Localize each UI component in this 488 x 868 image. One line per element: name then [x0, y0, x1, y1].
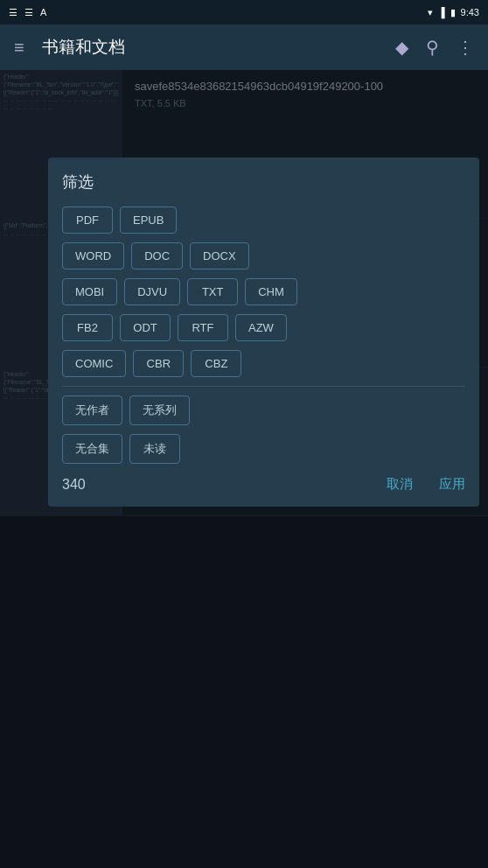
- chip-djvu[interactable]: DJVU: [124, 278, 180, 305]
- filter-divider: [62, 386, 465, 387]
- chip-azw[interactable]: AZW: [235, 314, 287, 341]
- filter-action-buttons: 取消 应用: [387, 476, 465, 493]
- filter-row-4: FB2 ODT RTF AZW: [62, 314, 465, 341]
- filter-row-2: WORD DOC DOCX: [62, 242, 465, 270]
- chip-word[interactable]: WORD: [62, 242, 124, 270]
- chip-unread[interactable]: 未读: [129, 434, 180, 464]
- chip-mobi[interactable]: MOBI: [62, 278, 117, 305]
- chip-no-collection[interactable]: 无合集: [62, 434, 122, 464]
- filter-apply-button[interactable]: 应用: [439, 476, 465, 493]
- chip-comic[interactable]: COMIC: [62, 350, 126, 377]
- filter-count: 340: [62, 477, 86, 493]
- chip-no-author[interactable]: 无作者: [62, 396, 122, 425]
- filter-row-1: PDF EPUB: [62, 206, 465, 234]
- extra-filter-row-2: 无合集 未读: [62, 434, 465, 464]
- chip-txt[interactable]: TXT: [187, 278, 238, 305]
- search-icon[interactable]: ⚲: [426, 37, 439, 58]
- content-area: {"Header":{"Filename":"BL_5oo","Version"…: [0, 70, 488, 868]
- filter-row-5: COMIC CBR CBZ: [62, 350, 465, 377]
- chip-odt[interactable]: ODT: [120, 314, 171, 341]
- more-icon[interactable]: ⋮: [457, 37, 474, 58]
- wifi-icon: ▾: [428, 7, 433, 18]
- status-left-icons: ☰ ☰ A: [9, 7, 46, 18]
- chip-no-series[interactable]: 无系列: [129, 396, 190, 425]
- chip-cbr[interactable]: CBR: [133, 350, 184, 377]
- chip-rtf[interactable]: RTF: [178, 314, 228, 341]
- chip-fb2[interactable]: FB2: [62, 314, 113, 341]
- battery-icon: ▮: [450, 7, 456, 18]
- filter-footer: 340 取消 应用: [62, 476, 465, 493]
- time-display: 9:43: [461, 7, 479, 18]
- chip-docx[interactable]: DOCX: [190, 242, 249, 270]
- chip-cbz[interactable]: CBZ: [191, 350, 241, 377]
- status-right-icons: ▾ ▐ ▮ 9:43: [428, 7, 479, 18]
- filter-title: 筛选: [62, 172, 465, 192]
- filter-cancel-button[interactable]: 取消: [387, 476, 413, 493]
- signal-icon: ▐: [438, 7, 445, 18]
- icon-a: A: [40, 7, 46, 18]
- chip-doc[interactable]: DOC: [131, 242, 183, 270]
- filter-row-3: MOBI DJVU TXT CHM: [62, 278, 465, 305]
- diamond-icon[interactable]: ◆: [395, 37, 408, 58]
- toolbar: ≡ 书籍和文档 ◆ ⚲ ⋮: [0, 24, 488, 70]
- menu-icon[interactable]: ≡: [14, 38, 24, 58]
- icon-sim1: ☰: [9, 7, 17, 18]
- extra-filter-row-1: 无作者 无系列: [62, 396, 465, 425]
- icon-sim2: ☰: [24, 7, 33, 18]
- filter-dialog: 筛选 PDF EPUB WORD DOC DOCX MOBI DJVU TXT …: [48, 158, 479, 507]
- page-title: 书籍和文档: [42, 36, 378, 59]
- chip-epub[interactable]: EPUB: [120, 206, 177, 234]
- chip-chm[interactable]: CHM: [245, 278, 297, 305]
- status-bar: ☰ ☰ A ▾ ▐ ▮ 9:43: [0, 0, 488, 24]
- chip-pdf[interactable]: PDF: [62, 206, 113, 234]
